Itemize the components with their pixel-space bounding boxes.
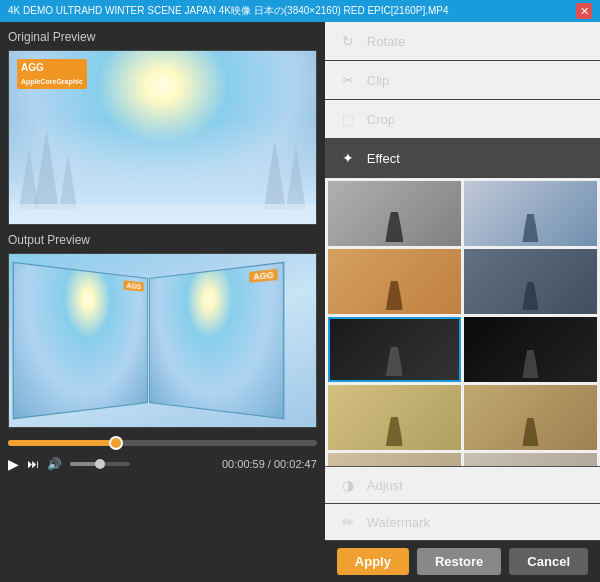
effect-thumb-4[interactable]: [464, 249, 597, 314]
apply-button[interactable]: Apply: [337, 548, 409, 575]
tools-top: ↻ Rotate ✂ Clip ⬚ Crop ✦ Effect: [325, 22, 600, 178]
progress-thumb[interactable]: [109, 436, 123, 450]
left-3d-panel: AGG: [13, 262, 149, 419]
agc-logo: AGGAppleCoreGraphic: [17, 59, 87, 89]
effect-thumb-8[interactable]: [464, 385, 597, 450]
effect-thumb-6[interactable]: [464, 317, 597, 382]
effect-tool[interactable]: ✦ Effect: [325, 139, 600, 178]
effect-section: [325, 178, 600, 466]
controls-row: ▶ ⏭ 🔊 00:00:59 / 00:02:47: [8, 456, 317, 472]
clip-label: Clip: [367, 73, 389, 88]
effect-label: Effect: [367, 151, 400, 166]
watermark-tool[interactable]: ✏ Watermark: [325, 504, 600, 540]
original-preview: AGGAppleCoreGraphic: [8, 50, 317, 225]
main-layout: Original Preview AGGAppleCoreGraphic Out…: [0, 22, 600, 582]
volume-icon: 🔊: [47, 457, 62, 471]
right-panel-wrapper: ↻ Rotate ✂ Clip ⬚ Crop ✦ Effect: [325, 22, 600, 582]
left-panel: Original Preview AGGAppleCoreGraphic Out…: [0, 22, 325, 582]
effect-thumb-7[interactable]: [328, 385, 461, 450]
output-video-frame: AGG AGG: [9, 254, 316, 427]
effect-icon: ✦: [339, 149, 357, 167]
window-title: 4K DEMO ULTRAHD WINTER SCENE JAPAN 4K映像 …: [8, 4, 449, 18]
title-bar: 4K DEMO ULTRAHD WINTER SCENE JAPAN 4K映像 …: [0, 0, 600, 22]
effect-grid: [325, 178, 600, 466]
effect-thumb-5[interactable]: [328, 317, 461, 382]
adjust-label: Adjust: [367, 478, 403, 493]
close-button[interactable]: ✕: [576, 3, 592, 19]
watermark-label: Watermark: [367, 515, 430, 530]
footer: Apply Restore Cancel: [325, 540, 600, 582]
effect-thumb-10[interactable]: [464, 453, 597, 466]
cancel-button[interactable]: Cancel: [509, 548, 588, 575]
volume-thumb[interactable]: [95, 459, 105, 469]
crop-icon: ⬚: [339, 110, 357, 128]
effect-thumb-3[interactable]: [328, 249, 461, 314]
progress-area: [8, 436, 317, 456]
right-3d-panel: AGG: [149, 262, 285, 419]
time-display: 00:00:59 / 00:02:47: [222, 458, 317, 470]
adjust-tool[interactable]: ◑ Adjust: [325, 467, 600, 504]
effect-thumb-2[interactable]: [464, 181, 597, 246]
rotate-icon: ↻: [339, 32, 357, 50]
rotate-tool[interactable]: ↻ Rotate: [325, 22, 600, 61]
bottom-tools: ◑ Adjust ✏ Watermark: [325, 466, 600, 540]
play-button[interactable]: ▶: [8, 456, 19, 472]
skip-forward-button[interactable]: ⏭: [27, 457, 39, 471]
clip-icon: ✂: [339, 71, 357, 89]
crop-label: Crop: [367, 112, 395, 127]
effect-thumb-9[interactable]: [328, 453, 461, 466]
original-video-frame: AGGAppleCoreGraphic: [9, 51, 316, 224]
watermark-icon: ✏: [339, 513, 357, 531]
progress-fill: [8, 440, 116, 446]
output-preview-label: Output Preview: [8, 233, 317, 247]
volume-slider[interactable]: [70, 462, 130, 466]
adjust-icon: ◑: [339, 476, 357, 494]
output-preview: AGG AGG: [8, 253, 317, 428]
progress-track[interactable]: [8, 440, 317, 446]
crop-tool[interactable]: ⬚ Crop: [325, 100, 600, 139]
rotate-label: Rotate: [367, 34, 405, 49]
original-preview-label: Original Preview: [8, 30, 317, 44]
perspective-view: AGG AGG: [24, 263, 300, 419]
effect-thumb-1[interactable]: [328, 181, 461, 246]
clip-tool[interactable]: ✂ Clip: [325, 61, 600, 100]
restore-button[interactable]: Restore: [417, 548, 501, 575]
